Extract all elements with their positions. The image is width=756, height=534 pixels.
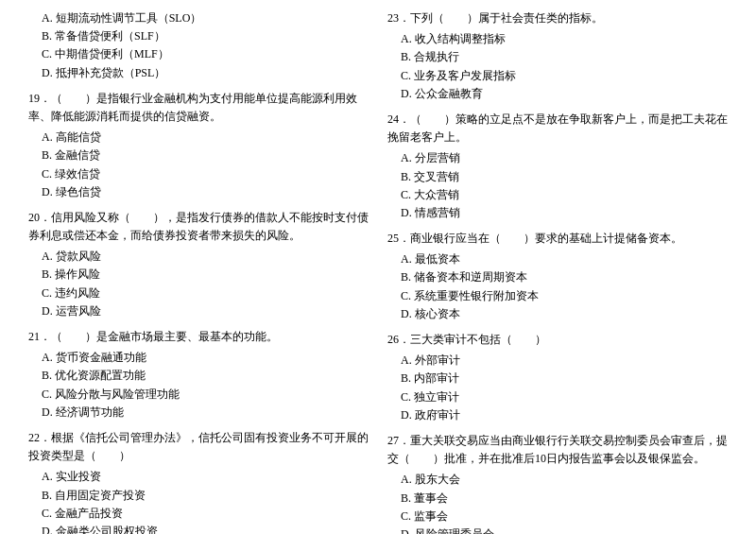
question-22: 22．根据《信托公司管理办法》，信托公司固有投资业务不可开展的投资类型是（ ） …: [28, 429, 369, 534]
question-21: 21．（ ）是金融市场最主要、最基本的功能。 A. 货币资金融通功能 B. 优化…: [28, 328, 369, 422]
option-26-d: D. 政府审计: [401, 406, 728, 424]
option-20-a: A. 贷款风险: [42, 248, 369, 266]
option-25-c: C. 系统重要性银行附加资本: [401, 287, 728, 305]
option-24-b: B. 交叉营销: [401, 168, 728, 186]
option-23-c: C. 业务及客户发展指标: [401, 67, 728, 85]
question-27-title: 27．重大关联交易应当由商业银行行关联交易控制委员会审查后，提交（ ）批准，并在…: [387, 432, 728, 468]
option-21-a: A. 货币资金融通功能: [42, 349, 369, 367]
option-27-c: C. 监事会: [401, 508, 728, 525]
option-26-c: C. 独立审计: [401, 388, 728, 406]
option-22-b: B. 自用固定资产投资: [42, 487, 369, 505]
question-25-title: 25．商业银行应当在（ ）要求的基础上计提储备资本。: [387, 230, 728, 248]
option-26-a: A. 外部审计: [401, 352, 728, 370]
option-20-b: B. 操作风险: [42, 266, 369, 284]
right-column: 23．下列（ ）属于社会责任类的指标。 A. 收入结构调整指标 B. 合规执行 …: [387, 9, 728, 534]
option-26-b: B. 内部审计: [401, 370, 728, 388]
option-21-d: D. 经济调节功能: [42, 404, 369, 422]
option-21-b: B. 优化资源配置功能: [42, 367, 369, 385]
option-tools-d: D. 抵押补充贷款（PSL）: [42, 64, 369, 82]
option-22-a: A. 实业投资: [42, 468, 369, 486]
question-25: 25．商业银行应当在（ ）要求的基础上计提储备资本。 A. 最低资本 B. 储备…: [387, 230, 728, 323]
option-23-b: B. 合规执行: [401, 48, 728, 66]
option-25-b: B. 储备资本和逆周期资本: [401, 268, 728, 286]
question-tools: A. 短期流动性调节工具（SLO） B. 常备借贷便利（SLF） C. 中期借贷…: [28, 9, 369, 82]
question-23-title: 23．下列（ ）属于社会责任类的指标。: [387, 9, 728, 27]
option-23-d: D. 公众金融教育: [401, 85, 728, 103]
option-tools-b: B. 常备借贷便利（SLF）: [42, 27, 369, 45]
question-20: 20．信用风险又称（ ），是指发行债券的借款人不能按时支付债券利息或偿还本金，而…: [28, 209, 369, 320]
option-24-c: C. 大众营销: [401, 186, 728, 204]
option-19-b: B. 金融信贷: [42, 146, 369, 164]
question-24: 24．（ ）策略的立足点不是放在争取新客户上，而是把工夫花在挽留老客户上。 A.…: [387, 111, 728, 222]
option-tools-a: A. 短期流动性调节工具（SLO）: [42, 9, 369, 27]
option-19-d: D. 绿色信贷: [42, 183, 369, 201]
option-25-a: A. 最低资本: [401, 250, 728, 268]
option-27-d: D. 风险管理委员会: [401, 525, 728, 534]
option-22-d: D. 金融类公司股权投资: [42, 523, 369, 534]
question-27: 27．重大关联交易应当由商业银行行关联交易控制委员会审查后，提交（ ）批准，并在…: [387, 432, 728, 534]
question-24-title: 24．（ ）策略的立足点不是放在争取新客户上，而是把工夫花在挽留老客户上。: [387, 111, 728, 146]
option-20-c: C. 违约风险: [42, 284, 369, 302]
option-19-a: A. 高能信贷: [42, 129, 369, 146]
question-26-title: 26．三大类审计不包括（ ）: [387, 331, 728, 349]
option-24-a: A. 分层营销: [401, 149, 728, 167]
option-27-a: A. 股东大会: [401, 471, 728, 489]
question-19-title: 19．（ ）是指银行业金融机构为支付用能单位提高能源利用效率、降低能源消耗而提供…: [28, 90, 369, 126]
option-27-b: B. 董事会: [401, 490, 728, 508]
option-20-d: D. 运营风险: [42, 302, 369, 320]
option-tools-c: C. 中期借贷便利（MLF）: [42, 45, 369, 63]
left-column: A. 短期流动性调节工具（SLO） B. 常备借贷便利（SLF） C. 中期借贷…: [28, 9, 369, 534]
question-26: 26．三大类审计不包括（ ） A. 外部审计 B. 内部审计 C. 独立审计 D…: [387, 331, 728, 424]
question-19: 19．（ ）是指银行业金融机构为支付用能单位提高能源利用效率、降低能源消耗而提供…: [28, 90, 369, 201]
question-22-title: 22．根据《信托公司管理办法》，信托公司固有投资业务不可开展的投资类型是（ ）: [28, 429, 369, 465]
question-23: 23．下列（ ）属于社会责任类的指标。 A. 收入结构调整指标 B. 合规执行 …: [387, 9, 728, 103]
question-21-title: 21．（ ）是金融市场最主要、最基本的功能。: [28, 328, 369, 346]
option-24-d: D. 情感营销: [401, 204, 728, 222]
option-19-c: C. 绿效信贷: [42, 165, 369, 183]
option-22-c: C. 金融产品投资: [42, 505, 369, 523]
question-20-title: 20．信用风险又称（ ），是指发行债券的借款人不能按时支付债券利息或偿还本金，而…: [28, 209, 369, 245]
option-21-c: C. 风险分散与风险管理功能: [42, 386, 369, 404]
option-25-d: D. 核心资本: [401, 305, 728, 323]
option-23-a: A. 收入结构调整指标: [401, 30, 728, 48]
